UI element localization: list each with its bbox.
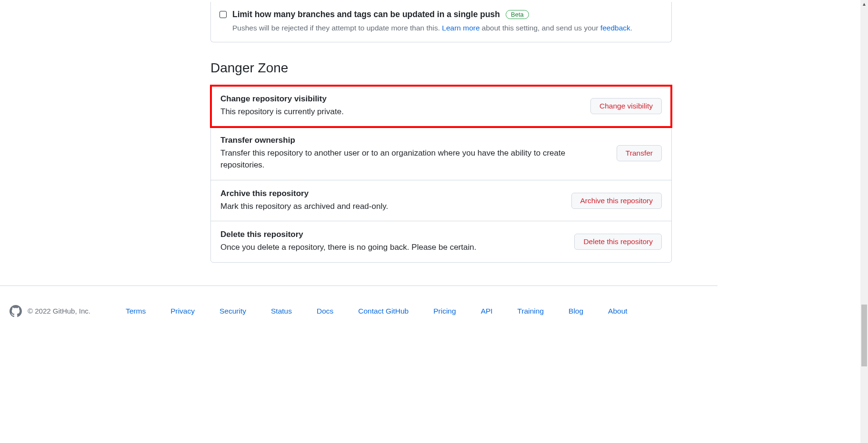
- footer-link-security[interactable]: Security: [219, 307, 246, 315]
- github-logo-icon[interactable]: [10, 305, 22, 317]
- footer-link-terms[interactable]: Terms: [126, 307, 146, 315]
- danger-title: Archive this repository: [220, 189, 562, 198]
- footer-copyright: © 2022 GitHub, Inc.: [28, 307, 90, 315]
- footer-link-status[interactable]: Status: [271, 307, 292, 315]
- page-footer: © 2022 GitHub, Inc. Terms Privacy Securi…: [0, 286, 718, 336]
- limit-push-title: Limit how many branches and tags can be …: [232, 10, 500, 20]
- danger-row-archive: Archive this repository Mark this reposi…: [211, 180, 671, 222]
- danger-row-delete: Delete this repository Once you delete a…: [211, 221, 671, 262]
- archive-button[interactable]: Archive this repository: [571, 193, 662, 209]
- danger-desc: Once you delete a repository, there is n…: [220, 241, 565, 254]
- danger-desc: Transfer this repository to another user…: [220, 147, 607, 171]
- danger-zone-heading: Danger Zone: [210, 60, 672, 76]
- footer-link-training[interactable]: Training: [518, 307, 544, 315]
- danger-row-change-visibility: Change repository visibility This reposi…: [211, 86, 671, 127]
- transfer-button[interactable]: Transfer: [617, 145, 662, 161]
- vertical-scrollbar[interactable]: ▲: [860, 0, 868, 336]
- footer-link-contact[interactable]: Contact GitHub: [358, 307, 409, 315]
- footer-link-docs[interactable]: Docs: [317, 307, 333, 315]
- delete-button[interactable]: Delete this repository: [574, 234, 662, 250]
- scrollbar-thumb[interactable]: [861, 305, 867, 336]
- danger-title: Change repository visibility: [220, 94, 581, 104]
- footer-link-api[interactable]: API: [481, 307, 493, 315]
- danger-title: Delete this repository: [220, 230, 565, 239]
- scroll-up-arrow-icon[interactable]: ▲: [860, 0, 868, 8]
- footer-link-about[interactable]: About: [608, 307, 628, 315]
- danger-title: Transfer ownership: [220, 136, 607, 145]
- footer-link-pricing[interactable]: Pricing: [433, 307, 456, 315]
- danger-desc: Mark this repository as archived and rea…: [220, 200, 562, 213]
- limit-push-description: Pushes will be rejected if they attempt …: [232, 22, 663, 33]
- feedback-link[interactable]: feedback: [600, 24, 630, 32]
- beta-badge: Beta: [506, 10, 529, 19]
- footer-link-blog[interactable]: Blog: [569, 307, 583, 315]
- danger-row-transfer: Transfer ownership Transfer this reposit…: [211, 127, 671, 180]
- limit-push-checkbox[interactable]: [219, 11, 227, 18]
- push-limit-card: Limit how many branches and tags can be …: [210, 2, 672, 42]
- danger-zone-box: Change repository visibility This reposi…: [210, 85, 672, 263]
- footer-link-privacy[interactable]: Privacy: [170, 307, 195, 315]
- danger-desc: This repository is currently private.: [220, 106, 581, 118]
- change-visibility-button[interactable]: Change visibility: [590, 98, 662, 114]
- learn-more-link[interactable]: Learn more: [442, 24, 479, 32]
